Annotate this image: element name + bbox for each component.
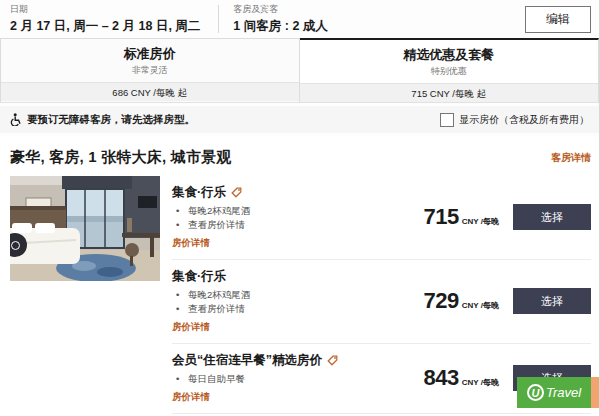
- price-unit: CNY /每晚: [462, 300, 499, 311]
- price-amount: 843: [424, 365, 459, 391]
- select-rate-button[interactable]: 选择: [513, 204, 591, 230]
- rate-details-link[interactable]: 房价详情: [172, 391, 210, 404]
- tab-subtitle: 非常灵活: [1, 64, 299, 77]
- edit-button[interactable]: 编辑: [525, 6, 591, 33]
- utravel-logo-text: Travel: [546, 385, 581, 400]
- price-amount: 715: [424, 204, 459, 230]
- rate-name: 会员“住宿连早餐”精选房价: [172, 352, 322, 369]
- date-value: 2 月 17 日, 周一 – 2 月 18 日, 周二: [10, 18, 200, 35]
- room-photo[interactable]: [10, 176, 160, 281]
- rate-details-link[interactable]: 房价详情: [172, 321, 210, 334]
- accessibility-notice-text: 要预订无障碍客房，请先选择房型。: [27, 113, 195, 127]
- checkbox[interactable]: [440, 113, 454, 127]
- utravel-logo: U Travel: [517, 377, 599, 408]
- rate-option-2: 集食·行乐 每晚2杯鸡尾酒 查看房价详情 房价详情 729 CNY /每晚 选择: [172, 260, 591, 344]
- divider: [218, 5, 219, 33]
- booking-summary-bar: 日期 2 月 17 日, 周一 – 2 月 18 日, 周二 客房及宾客 1 间…: [0, 0, 599, 38]
- guests-summary: 客房及宾客 1 间客房 : 2 成人: [233, 3, 327, 35]
- rate-bullet: 每晚2杯鸡尾酒: [172, 288, 420, 302]
- tab-standard-rates[interactable]: 标准房价 非常灵活 686 CNY /每晚 起: [0, 38, 300, 102]
- rate-bullet[interactable]: 查看房价详情: [172, 218, 420, 232]
- utravel-logo-mark: U: [527, 384, 544, 401]
- tab-price-line: 686 CNY /每晚 起: [1, 82, 299, 101]
- rate-bullet: 每晚2杯鸡尾酒: [172, 204, 420, 218]
- rate-option-1: 集食·行乐 每晚2杯鸡尾酒 查看房价详情 房价详情: [172, 176, 591, 260]
- rate-price: 715 CNY /每晚: [424, 204, 499, 230]
- guests-label: 客房及宾客: [233, 3, 327, 16]
- show-total-price-toggle[interactable]: 显示房价（含税及所有费用）: [440, 113, 589, 127]
- tab-featured-offers[interactable]: 精选优惠及套餐 特别优惠 715 CNY /每晚 起: [300, 38, 600, 102]
- rate-price: 729 CNY /每晚: [424, 288, 499, 314]
- checkbox-label: 显示房价（含税及所有费用）: [459, 113, 589, 127]
- rate-details-link[interactable]: 房价详情: [172, 237, 210, 250]
- tab-subtitle: 特别优惠: [300, 65, 599, 78]
- tab-title: 标准房价: [1, 45, 299, 63]
- wheelchair-icon: [10, 113, 21, 126]
- room-title: 豪华, 客房, 1 张特大床, 城市景观: [10, 148, 232, 167]
- member-offer-tag-icon: [327, 355, 338, 366]
- room-details-link[interactable]: 客房详情: [551, 151, 591, 165]
- tab-price-line: 715 CNY /每晚 起: [300, 83, 599, 102]
- rate-bullet[interactable]: 查看房价详情: [172, 302, 420, 316]
- rate-tabs: 标准房价 非常灵活 686 CNY /每晚 起 精选优惠及套餐 特别优惠 715…: [0, 38, 599, 103]
- guests-value: 1 间客房 : 2 成人: [233, 18, 327, 35]
- tab-title: 精选优惠及套餐: [300, 46, 599, 64]
- member-offer-tag-icon: [231, 187, 242, 198]
- rate-name: 集食·行乐: [172, 268, 226, 285]
- date-label: 日期: [10, 3, 200, 16]
- price-amount: 729: [424, 288, 459, 314]
- rate-price: 843 CNY /每晚: [424, 365, 499, 391]
- select-rate-button[interactable]: 选择: [513, 288, 591, 314]
- room-photo-illustration: [10, 176, 160, 281]
- accessibility-notice-bar: 要预订无障碍客房，请先选择房型。 显示房价（含税及所有费用）: [0, 106, 599, 133]
- price-unit: CNY /每晚: [462, 377, 499, 388]
- rate-name: 集食·行乐: [172, 184, 226, 201]
- date-summary: 日期 2 月 17 日, 周一 – 2 月 18 日, 周二: [10, 3, 200, 35]
- rate-bullet: 每日自助早餐: [172, 372, 420, 386]
- price-unit: CNY /每晚: [462, 216, 499, 227]
- utravel-logo-accent: [591, 377, 599, 408]
- room-card: 豪华, 客房, 1 张特大床, 城市景观 客房详情: [0, 136, 599, 416]
